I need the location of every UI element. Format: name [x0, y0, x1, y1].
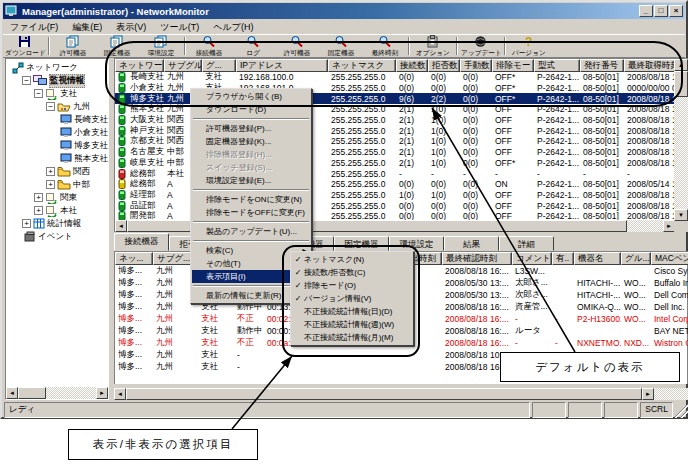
context-menu-item[interactable]: ブラウザから開く(B) — [192, 90, 310, 103]
column-header[interactable]: MACベンダ... — [651, 252, 688, 265]
toolbar-button[interactable]: ?バージョン — [507, 35, 551, 57]
tree-expander[interactable]: + — [22, 219, 31, 228]
column-header[interactable]: 排除モード — [492, 59, 534, 72]
tree-expander[interactable]: + — [46, 180, 55, 189]
tree-item[interactable]: イベント — [8, 230, 108, 243]
scroll-thumb[interactable] — [18, 387, 46, 399]
table-vertical-scrollbar[interactable]: ▲ ▼ — [674, 59, 688, 221]
toolbar-button[interactable]: アップデート — [459, 35, 503, 57]
submenu-item[interactable]: 不正接続統計情報(月)(M) — [292, 331, 412, 344]
scroll-left-arrow[interactable]: ◄ — [6, 387, 18, 399]
tree-item[interactable]: +関東 — [8, 191, 108, 204]
scroll-left-arrow[interactable]: ◄ — [114, 388, 126, 400]
tab-4[interactable]: 固定機器 — [334, 236, 389, 251]
scroll-left-arrow[interactable]: ◄ — [115, 220, 127, 232]
tab-7[interactable]: 詳細 — [499, 236, 554, 251]
tree-item[interactable]: −九州 — [8, 100, 108, 113]
context-menu-item[interactable]: 製品のアップデート(U)... — [192, 225, 310, 238]
menubar-item[interactable]: ヘルプ(H) — [206, 20, 260, 35]
column-header[interactable]: 有.. — [552, 252, 574, 265]
scroll-thumb[interactable] — [126, 388, 642, 400]
maximize-button[interactable]: □ — [654, 5, 668, 17]
close-button[interactable]: × — [669, 5, 683, 17]
tree-item[interactable]: −支社 — [8, 87, 108, 100]
tree-item[interactable]: 博多支社 — [8, 139, 108, 152]
context-menu-item[interactable]: 排除モードをOFFに変更(F) — [192, 206, 310, 219]
scroll-right-arrow[interactable]: ► — [96, 387, 108, 399]
tree-expander[interactable]: − — [22, 76, 31, 85]
tree-horizontal-scrollbar[interactable]: ◄ ► — [6, 387, 108, 399]
context-menu-item[interactable]: 環境設定登録(E)... — [192, 174, 310, 187]
column-header[interactable]: 発行番号 — [580, 59, 624, 72]
submenu-item[interactable]: ✓ネットマスク(N) — [292, 253, 412, 266]
context-menu-item[interactable]: 許可機器登録(P)... — [192, 122, 310, 135]
tree-item[interactable]: +統計情報 — [8, 217, 108, 230]
column-header[interactable]: コメント — [512, 252, 552, 265]
scroll-track[interactable] — [674, 97, 688, 209]
column-header[interactable]: 手動数 — [460, 59, 492, 72]
menubar-item[interactable]: 表示(V) — [109, 20, 153, 35]
column-header[interactable]: サブグル... — [164, 59, 202, 72]
column-header[interactable]: グ... — [202, 59, 236, 72]
toolbar-button[interactable]: オプション — [411, 35, 455, 57]
tree-item[interactable]: +本社 — [8, 204, 108, 217]
column-header[interactable]: IPアドレス — [236, 59, 328, 72]
detail-horizontal-scrollbar[interactable]: ◄ ► — [114, 388, 688, 400]
toolbar-button[interactable]: ログ — [231, 35, 275, 57]
tree-item[interactable]: 長崎支社 — [8, 113, 108, 126]
context-menu-item[interactable]: 固定機器登録(K)... — [192, 135, 310, 148]
column-header[interactable]: 拒否数 — [428, 59, 460, 72]
scroll-down-arrow[interactable]: ▼ — [674, 209, 688, 221]
tab-0[interactable]: 接続機器 — [114, 233, 169, 251]
toolbar-button[interactable]: 固定機器 — [95, 35, 139, 57]
tree-expander[interactable]: − — [34, 89, 43, 98]
menubar-item[interactable]: 編集(E) — [65, 20, 109, 35]
submenu-item[interactable]: 不正接続統計情報(日)(D) — [292, 305, 412, 318]
toolbar-button[interactable]: ダウンロード — [3, 35, 47, 57]
tree-expander[interactable]: − — [46, 102, 55, 111]
submenu-item[interactable]: ✓バージョン情報(V) — [292, 292, 412, 305]
tree-expander[interactable]: + — [46, 167, 55, 176]
tree-expander[interactable]: + — [34, 206, 43, 215]
toolbar-button[interactable]: 許可機器 — [51, 35, 95, 57]
context-menu-item[interactable]: ダウンロード(D) — [192, 103, 310, 116]
toolbar-button[interactable]: 固定機器 — [319, 35, 363, 57]
context-menu-item[interactable]: 排除モードをONに変更(N) — [192, 193, 310, 206]
submenu-item[interactable]: ✓排除モード(O) — [292, 279, 412, 292]
menubar-item[interactable]: ツール(T) — [153, 20, 206, 35]
tree-item[interactable]: 熊本支社 — [8, 152, 108, 165]
scroll-up-arrow[interactable]: ▲ — [674, 59, 688, 71]
tree-item[interactable]: −監視情報 — [8, 74, 108, 87]
tree-item[interactable]: +関西 — [8, 165, 108, 178]
tab-5[interactable]: 環境設定 — [389, 236, 444, 251]
minimize-button[interactable]: _ — [639, 5, 653, 17]
scroll-track[interactable] — [654, 388, 688, 400]
tab-6[interactable]: 結果 — [444, 236, 499, 251]
context-menu-item[interactable]: 排除機器登録(H)... — [192, 148, 310, 161]
column-header[interactable]: 接続数 — [396, 59, 428, 72]
scroll-right-arrow[interactable]: ► — [642, 388, 654, 400]
column-header[interactable]: 最終確認時刻 — [442, 252, 512, 265]
toolbar-button[interactable]: 接続機器 — [187, 35, 231, 57]
context-menu-item[interactable]: スイッチ登録(S)... — [192, 161, 310, 174]
menubar-item[interactable]: ファイル(F) — [3, 20, 65, 35]
scroll-track[interactable] — [46, 387, 96, 399]
column-header[interactable]: ネッ... — [115, 252, 153, 265]
toolbar-button[interactable]: 環境設定 — [139, 35, 183, 57]
column-header[interactable]: ネットワーク — [115, 59, 164, 72]
scroll-track[interactable] — [627, 220, 663, 232]
submenu-item[interactable]: 不正接続統計情報(週)(W) — [292, 318, 412, 331]
column-header[interactable]: 機器名 — [574, 252, 621, 265]
column-header[interactable]: グル... — [621, 252, 651, 265]
submenu-item[interactable]: ✓接続数/拒否数(C) — [292, 266, 412, 279]
toolbar-button[interactable]: 最終時刻 — [363, 35, 407, 57]
scroll-thumb[interactable] — [674, 71, 688, 97]
tree-item[interactable]: 小倉支社 — [8, 126, 108, 139]
tree-expander[interactable]: + — [34, 193, 43, 202]
resize-grip[interactable] — [675, 402, 688, 418]
column-header[interactable]: ネットマスク — [328, 59, 396, 72]
column-header[interactable]: 型式 — [534, 59, 580, 72]
toolbar-button[interactable]: 許可機器 — [275, 35, 319, 57]
tree-item[interactable]: ネットワーク — [8, 61, 108, 74]
tree-item[interactable]: +中部 — [8, 178, 108, 191]
